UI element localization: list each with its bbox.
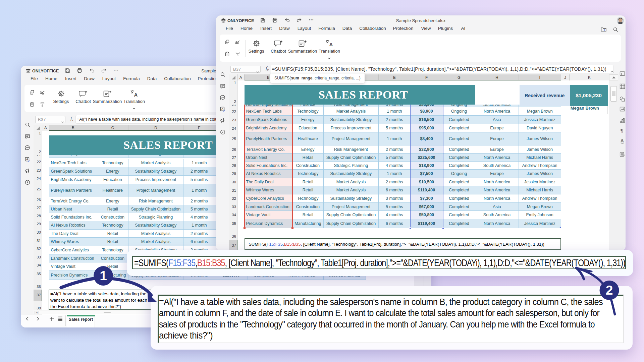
svg-text:2: 2 [606,283,613,297]
svg-text:1: 1 [100,268,107,283]
